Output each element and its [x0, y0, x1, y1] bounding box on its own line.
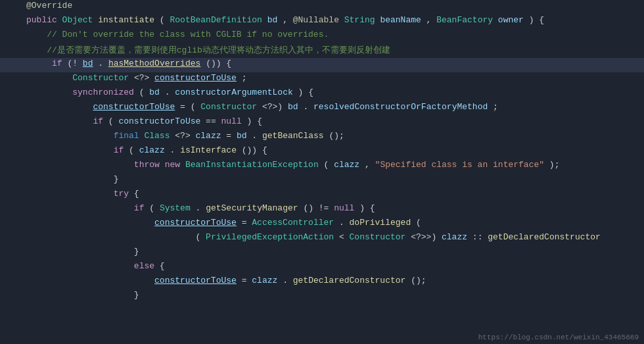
code-line-6: Constructor <?> constructorToUse ; [0, 72, 644, 87]
method-doprivileged-16: doPrivileged [350, 218, 411, 228]
indent-19 [26, 261, 129, 271]
line-content-9: if ( constructorToUse == null ) { [24, 116, 644, 126]
indent-17 [26, 232, 191, 242]
var-ctu-9: constructorToUse [118, 116, 200, 126]
code-line-19: else { [0, 260, 644, 275]
dot15: . [196, 203, 201, 213]
type-constructor-8: Constructor [200, 102, 257, 112]
param-bd: bd [267, 15, 278, 25]
type-beanfactory: BeanFactory [436, 15, 498, 25]
paren15-1: ( [149, 203, 154, 213]
paren11-1: ( [129, 145, 134, 155]
var-constructorToUse-6: constructorToUse [154, 73, 237, 83]
field-constructorArgumentLock: constructorArgumentLock [175, 87, 292, 97]
dot10: . [252, 131, 257, 141]
indent-15 [26, 203, 129, 213]
line-content-2: public Object instantiate ( RootBeanDefi… [24, 15, 644, 25]
code-line-21: } [0, 289, 644, 304]
kw-throw-12: throw [134, 160, 165, 170]
code-line-15: if ( System . getSecurityManager () != n… [0, 203, 644, 217]
method-getsecmanager-15: getSecurityManager [206, 203, 298, 213]
paren-open: ( [160, 15, 165, 25]
indent-13 [26, 174, 108, 184]
indent-18 [26, 247, 129, 257]
call15: () != [303, 203, 334, 213]
param-beanname: beanName [380, 15, 421, 25]
semi-6: ; [242, 73, 247, 83]
brace11: ()) { [242, 145, 267, 155]
var-ctu-20: constructorToUse [154, 276, 237, 285]
code-line-1: @Override [0, 0, 644, 14]
var-bd-7: bd [149, 87, 160, 97]
indent-7 [26, 87, 67, 97]
line-content-19: else { [24, 261, 644, 271]
indent-5 [26, 59, 47, 68]
comma1: , [283, 15, 293, 25]
dot16: . [339, 218, 344, 228]
method-hasmethodoverrides: hasMethodOverrides [108, 59, 200, 68]
code-line-8: constructorToUse = ( Constructor <?>) bd… [0, 101, 644, 116]
method-instantiate: instantiate [98, 15, 154, 25]
method-getdeclared-20: getDeclaredConstructor [293, 276, 406, 285]
line-content-4: //是否需要方法覆盖，需要则使用cglib动态代理将动态方法织入其中，不需要则反… [24, 44, 644, 56]
eq9: == [206, 116, 221, 126]
indent-9 [26, 116, 88, 126]
comment-1: // Don't override the class with CGLIB i… [26, 30, 329, 39]
brace9-1: ) { [247, 116, 262, 126]
code-line-2: public Object instantiate ( RootBeanDefi… [0, 14, 644, 29]
type-string: String [344, 15, 380, 25]
line-content-7: synchronized ( bd . constructorArgumentL… [24, 87, 644, 97]
var-bd-5: bd [83, 59, 93, 68]
code-line-3: // Don't override the class with CGLIB i… [0, 29, 644, 43]
line-content-17: ( PrivilegedExceptionAction < Constructo… [24, 232, 644, 242]
code-line-14: try { [0, 188, 644, 203]
kw-if: if [52, 59, 67, 68]
paren7-1: ( [139, 87, 145, 97]
brace15: ) { [359, 203, 375, 213]
line-content-5: if (! bd . hasMethodOverrides ()) { [24, 59, 644, 68]
indent-8 [26, 102, 88, 112]
indent-11 [26, 145, 108, 155]
cast17: ( [195, 232, 200, 242]
indent-12 [26, 160, 129, 170]
kw-new-12: new [165, 160, 185, 170]
method-isinterface-11: isInterface [180, 145, 237, 155]
comma12: , [365, 160, 375, 170]
code-line-20: constructorToUse = clazz . getDeclaredCo… [0, 275, 644, 289]
paren16: ( [416, 218, 421, 228]
code-line-5: if (! bd . hasMethodOverrides ()) { [0, 58, 644, 72]
line-content-11: if ( clazz . isInterface ()) { [24, 145, 644, 155]
line-content-8: constructorToUse = ( Constructor <?>) bd… [24, 102, 644, 112]
var-bd-10: bd [237, 131, 247, 141]
code-line-18: } [0, 246, 644, 260]
indent-20 [26, 276, 149, 285]
type-ac-16: AccessController [252, 218, 334, 228]
code-line-16: constructorToUse = AccessController . do… [0, 217, 644, 232]
var-bd-8: bd [288, 102, 298, 112]
line-content-20: constructorToUse = clazz . getDeclaredCo… [24, 276, 644, 285]
generic17: < [339, 232, 344, 242]
line-content-1: @Override [24, 1, 644, 11]
code-line-7: synchronized ( bd . constructorArgumentL… [0, 87, 644, 101]
line-content-3: // Don't override the class with CGLIB i… [24, 30, 644, 39]
kw-final-10: final [114, 131, 145, 141]
eq16: = [242, 218, 252, 228]
var-clazz-12: clazz [334, 160, 359, 170]
type-constructor-17: Constructor [350, 232, 406, 242]
dot5-1: . [98, 59, 103, 68]
brace13: } [114, 174, 119, 184]
code-editor: @Override public Object instantiate ( Ro… [0, 0, 644, 344]
kw-if-15: if [134, 203, 149, 213]
line-content-10: final Class <?> clazz = bd . getBeanClas… [24, 131, 644, 141]
dot8: . [303, 102, 308, 112]
semi10: (); [329, 131, 344, 141]
indent-21 [26, 290, 129, 300]
param-owner: owner [498, 15, 524, 25]
method-getbeanclass-10: getBeanClass [262, 131, 324, 141]
code-line-11: if ( clazz . isInterface ()) { [0, 145, 644, 159]
generic-8: <?>) [262, 102, 288, 112]
semi12: ); [549, 160, 560, 170]
line-content-6: Constructor <?> constructorToUse ; [24, 73, 644, 83]
line-content-13: } [24, 174, 644, 184]
type-bie-12: BeanInstantiationException [185, 160, 319, 170]
